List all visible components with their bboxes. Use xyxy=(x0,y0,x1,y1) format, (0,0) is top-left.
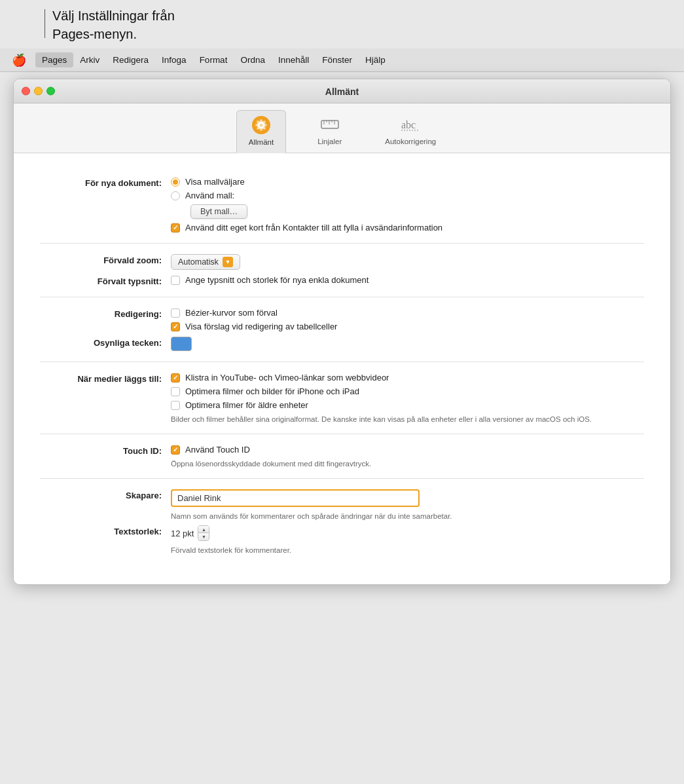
font-content: Ange typsnitt och storlek för nya enkla … xyxy=(171,275,644,285)
touchid-section: Touch ID: Använd Touch ID Öppna lösenord… xyxy=(40,434,644,479)
menubar-arkiv[interactable]: Arkiv xyxy=(73,52,106,67)
author-helper: Namn som används för kommentarer och spå… xyxy=(171,512,644,520)
zoom-row: Förvald zoom: Automatisk ▼ xyxy=(40,254,644,270)
editing-label: Redigering: xyxy=(40,308,171,319)
contacts-checkbox-label: Använd ditt eget kort från Kontakter til… xyxy=(185,223,442,233)
media-content: Klistra in YouTube- och Vimeo-länkar som… xyxy=(171,373,644,423)
bezier-checkbox[interactable] xyxy=(171,308,180,318)
touchid-checkbox-label: Använd Touch ID xyxy=(185,445,250,455)
tab-rulers[interactable]: Linjaler xyxy=(306,110,353,153)
annotation: Välj Inställningar från Pages-menyn. xyxy=(0,0,684,48)
tab-autocorrect[interactable]: abc Autokorrigering xyxy=(373,110,448,153)
font-checkbox[interactable] xyxy=(171,276,180,285)
svg-text:abc: abc xyxy=(401,119,416,130)
author-content: Namn som används för kommentarer och spå… xyxy=(171,489,644,520)
tab-general-label: Allmänt xyxy=(249,138,274,146)
menubar: 🍎 Pages Arkiv Redigera Infoga Format Ord… xyxy=(0,48,684,72)
table-suggestions-row: Visa förslag vid redigering av tabellcel… xyxy=(171,322,644,331)
menubar-hjalp[interactable]: Hjälp xyxy=(359,52,392,67)
toolbar-tabs: Allmänt Linjaler abc xyxy=(14,103,670,153)
maximize-button[interactable] xyxy=(46,87,55,96)
show-template-radio[interactable] xyxy=(171,177,180,187)
textsize-decrement[interactable]: ▼ xyxy=(198,533,209,540)
author-input[interactable] xyxy=(171,489,420,507)
font-label: Förvalt typsnitt: xyxy=(40,275,171,286)
textsize-stepper-row: 12 pkt ▲ ▼ xyxy=(171,525,644,541)
annotation-line1: Välj Inställningar från xyxy=(52,7,671,25)
menubar-redigera[interactable]: Redigera xyxy=(106,52,155,67)
media-section: När medier läggs till: Klistra in YouTub… xyxy=(40,362,644,434)
optimize-iphone-row: Optimera filmer och bilder för iPhone oc… xyxy=(171,386,644,396)
apple-menu[interactable]: 🍎 xyxy=(5,52,33,69)
zoom-label: Förvald zoom: xyxy=(40,254,171,265)
menubar-format[interactable]: Format xyxy=(193,52,234,67)
textsize-helper: Förvald textstorlek för kommentarer. xyxy=(171,546,644,554)
menubar-innehall[interactable]: Innehåll xyxy=(272,52,315,67)
font-checkbox-row: Ange typsnitt och storlek för nya enkla … xyxy=(171,275,644,285)
invisible-chars-label: Osynliga tecken: xyxy=(40,337,171,348)
show-template-label: Visa mallväljare xyxy=(185,177,245,187)
preferences-window: Allmänt Allmänt xyxy=(13,79,671,585)
zoom-content: Automatisk ▼ xyxy=(171,254,644,270)
new-document-section: För nya dokument: Visa mallväljare Använ… xyxy=(40,166,644,244)
use-template-radio[interactable] xyxy=(171,191,180,200)
textsize-row: Textstorlek: 12 pkt ▲ ▼ Förvald textstor… xyxy=(40,525,644,554)
textsize-increment[interactable]: ▲ xyxy=(198,526,209,533)
touchid-label: Touch ID: xyxy=(40,445,171,456)
optimize-older-checkbox[interactable] xyxy=(171,401,180,410)
optimize-iphone-label: Optimera filmer och bilder för iPhone oc… xyxy=(185,386,359,396)
zoom-dropdown-row: Automatisk ▼ xyxy=(171,254,644,270)
media-label: När medier läggs till: xyxy=(40,373,171,384)
menubar-ordna[interactable]: Ordna xyxy=(234,52,272,67)
minimize-button[interactable] xyxy=(34,87,43,96)
textsize-value: 12 pkt xyxy=(171,529,194,538)
tab-autocorrect-label: Autokorrigering xyxy=(385,138,436,145)
zoom-font-section: Förvald zoom: Automatisk ▼ Förvalt typsn… xyxy=(40,244,644,297)
zoom-dropdown[interactable]: Automatisk ▼ xyxy=(171,254,240,270)
new-doc-row1: För nya dokument: Visa mallväljare Använ… xyxy=(40,177,644,233)
menubar-fonster[interactable]: Fönster xyxy=(315,52,359,67)
textsize-label: Textstorlek: xyxy=(40,525,171,536)
touchid-row: Touch ID: Använd Touch ID Öppna lösenord… xyxy=(40,445,644,468)
contacts-checkbox-row: Använd ditt eget kort från Kontakter til… xyxy=(171,223,644,233)
show-template-row: Visa mallväljare xyxy=(171,177,644,187)
touchid-helper: Öppna lösenordsskyddade dokument med dit… xyxy=(171,460,644,468)
touchid-checkbox-row: Använd Touch ID xyxy=(171,445,644,455)
close-button[interactable] xyxy=(22,87,30,96)
annotation-line2: Pages-menyn. xyxy=(52,25,671,43)
youtube-row: Klistra in YouTube- och Vimeo-länkar som… xyxy=(171,373,644,383)
font-checkbox-label: Ange typsnitt och storlek för nya enkla … xyxy=(185,275,369,285)
change-template-row: Byt mall… xyxy=(171,204,644,219)
font-row: Förvalt typsnitt: Ange typsnitt och stor… xyxy=(40,275,644,286)
youtube-checkbox[interactable] xyxy=(171,373,180,383)
new-doc-content: Visa mallväljare Använd mall: Byt mall… … xyxy=(171,177,644,233)
invisible-chars-color[interactable] xyxy=(171,337,192,351)
editing-section: Redigering: Bézier-kurvor som förval Vis… xyxy=(40,297,644,362)
author-section: Skapare: Namn som används för kommentare… xyxy=(40,479,644,565)
author-row: Skapare: Namn som används för kommentare… xyxy=(40,489,644,520)
textsize-stepper-buttons: ▲ ▼ xyxy=(198,525,209,541)
author-label: Skapare: xyxy=(40,489,171,500)
menubar-infoga[interactable]: Infoga xyxy=(155,52,193,67)
youtube-label: Klistra in YouTube- och Vimeo-länkar som… xyxy=(185,373,389,383)
window-title: Allmänt xyxy=(325,86,359,97)
touchid-checkbox[interactable] xyxy=(171,445,180,455)
change-template-button[interactable]: Byt mall… xyxy=(190,204,247,219)
invisible-chars-content xyxy=(171,337,644,351)
bezier-label: Bézier-kurvor som förval xyxy=(185,308,278,318)
traffic-lights xyxy=(22,87,55,96)
ruler-icon xyxy=(319,114,340,135)
zoom-dropdown-arrow: ▼ xyxy=(223,257,233,267)
invisible-chars-row: Osynliga tecken: xyxy=(40,337,644,351)
contacts-checkbox[interactable] xyxy=(171,223,180,233)
media-row: När medier läggs till: Klistra in YouTub… xyxy=(40,373,644,423)
optimize-iphone-checkbox[interactable] xyxy=(171,387,180,396)
editing-row: Redigering: Bézier-kurvor som förval Vis… xyxy=(40,308,644,331)
abc-icon: abc xyxy=(400,114,421,135)
optimize-older-label: Optimera filmer för äldre enheter xyxy=(185,400,308,410)
tab-general[interactable]: Allmänt xyxy=(236,110,286,153)
menubar-pages[interactable]: Pages xyxy=(35,52,73,67)
table-suggestions-label: Visa förslag vid redigering av tabellcel… xyxy=(185,322,337,331)
media-helper: Bilder och filmer behåller sina original… xyxy=(171,415,644,423)
table-suggestions-checkbox[interactable] xyxy=(171,322,180,331)
